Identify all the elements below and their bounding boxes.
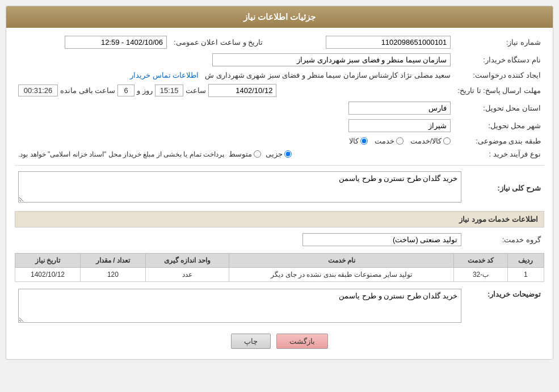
cell-kodKhadamat: ب-32 — [454, 268, 507, 282]
tabaghe-kalakhadamat-label: کالا/خدمت — [410, 137, 442, 145]
noeFarayand-label: نوع فرآیند خرید : — [454, 147, 544, 161]
col-radif: ردیف — [507, 254, 544, 268]
col-namKhadamat: نام خدمت — [229, 254, 454, 268]
tawzihKharidar-label: توضیحات خریدار: — [465, 286, 544, 327]
announceDate-input — [65, 36, 167, 49]
back-button[interactable]: بازگشت — [276, 334, 328, 349]
shomareNiaz-label: شماره نیاز: — [454, 33, 544, 51]
saat-label: ساعت — [186, 86, 206, 95]
ostan-label: استان محل تحویل: — [454, 99, 544, 117]
noeFarayand-motavasset-option[interactable]: متوسط — [229, 150, 261, 158]
shomareNiaz-input[interactable] — [326, 36, 451, 49]
cell-radif: 1 — [507, 268, 544, 282]
noeFarayand-motavasset-radio[interactable] — [254, 150, 261, 158]
col-tedad: تعداد / مقدار — [81, 254, 146, 268]
namDastgah-label: نام دستگاه خریدار: — [454, 51, 544, 69]
rooz-value: 6 — [117, 85, 135, 96]
noeFarayand-jozee-radio[interactable] — [284, 150, 292, 158]
tabaghe-kalakhadamat-option[interactable]: کالا/خدمت — [410, 137, 451, 145]
baghimandeh-label: ساعت باقی مانده — [60, 86, 115, 95]
page-title: جزئیات اطلاعات نیاز — [6, 6, 553, 28]
table-row: 1 ب-32 تولید سایر مصنوعات طبقه بندی نشده… — [15, 268, 544, 282]
cell-vahed: عدد — [145, 268, 229, 282]
ijadKonande-label: ایجاد کننده درخواست: — [454, 69, 544, 82]
tabaghe-khadamat-option[interactable]: خدمت — [375, 137, 404, 145]
cell-namKhadamat: تولید سایر مصنوعات طبقه بندی نشده در جای… — [229, 268, 454, 282]
col-kodKhadamat: کد خدمت — [454, 254, 507, 268]
date-input — [208, 84, 276, 97]
rooz-label: روز و — [137, 86, 153, 95]
groupKhadamat-label: گروه خدمت: — [465, 231, 544, 248]
saat-value: 15:15 — [155, 85, 184, 96]
tabaghe-kala-radio[interactable] — [360, 137, 368, 145]
tabaghe-label: طبقه بندی موضوعی: — [454, 134, 544, 147]
print-button[interactable]: چاپ — [231, 334, 271, 349]
namDastgah-input — [212, 53, 451, 66]
tabaghe-kalakhadamat-radio[interactable] — [443, 137, 451, 145]
services-table: ردیف کد خدمت نام خدمت واحد اندازه گیری ت… — [15, 253, 544, 282]
col-tarikh: تاریخ نیاز — [15, 254, 81, 268]
tawzihKharidar-textarea[interactable]: خرید گلدان طرح نسترن و طرح یاسمن — [18, 289, 461, 323]
noeFarayand-desc: پرداخت تمام یا بخشی از مبلغ خریداز محل "… — [18, 150, 224, 158]
noeFarayand-jozee-option[interactable]: جزیی — [266, 150, 292, 158]
action-buttons: بازگشت چاپ — [15, 334, 544, 349]
mohlatErsal-label: مهلت ارسال پاسخ: تا تاریخ: — [454, 82, 544, 99]
ostan-input — [348, 102, 451, 115]
col-vahed: واحد اندازه گیری — [145, 254, 229, 268]
cell-tarikh: 1402/10/12 — [15, 268, 81, 282]
sharhKolli-textarea[interactable]: خرید گلدان طرح نسترن و طرح یاسمن — [18, 171, 461, 203]
announceDate-label: تاریخ و ساعت اعلان عمومی: — [170, 33, 266, 51]
tabaghe-khadamat-label: خدمت — [375, 137, 394, 145]
ijadKonande-text: سعید مصلی نژاد کارشناس سازمان سیما منظر … — [205, 71, 451, 79]
baghimandeh-value: 00:31:26 — [18, 85, 58, 96]
groupKhadamat-input — [302, 233, 461, 246]
services-section-header: اطلاعات خدمات مورد نیاز — [15, 211, 544, 227]
shahr-input — [348, 119, 451, 132]
contact-info-link[interactable]: اطلاعات تماس خریدار — [130, 71, 199, 79]
sharhKolli-label: شرح کلی نیاز: — [465, 169, 544, 206]
tabaghe-kala-label: کالا — [349, 137, 359, 145]
noeFarayand-motavasset-label: متوسط — [229, 150, 252, 158]
tabaghe-kala-option[interactable]: کالا — [349, 137, 368, 145]
cell-tedad: 120 — [81, 268, 146, 282]
tabaghe-khadamat-radio[interactable] — [396, 137, 404, 145]
noeFarayand-jozee-label: جزیی — [266, 150, 283, 158]
shahr-label: شهر محل تحویل: — [454, 117, 544, 134]
